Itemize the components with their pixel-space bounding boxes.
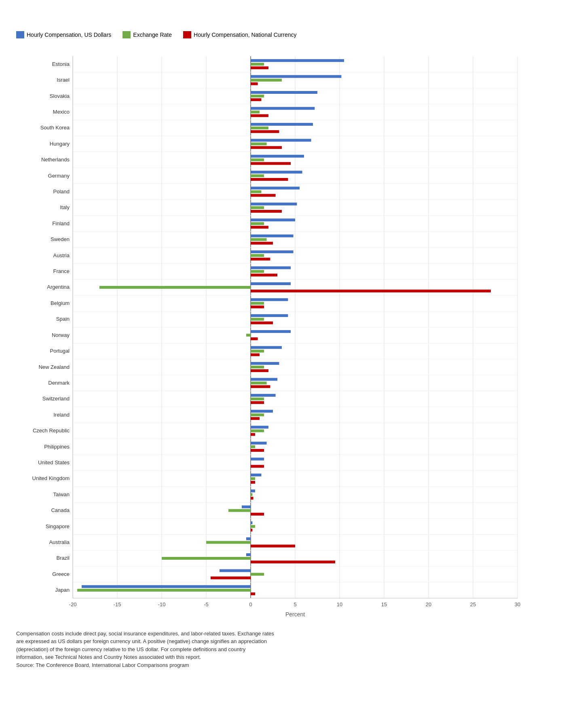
legend-item: Hourly Compensation, National Currency <box>183 31 296 38</box>
svg-text:Mexico: Mexico <box>53 109 70 115</box>
svg-rect-174 <box>246 537 251 540</box>
svg-text:Norway: Norway <box>52 332 70 338</box>
svg-text:Estonia: Estonia <box>52 61 70 67</box>
svg-rect-69 <box>251 203 297 205</box>
svg-rect-180 <box>162 557 251 560</box>
chart-wrapper: -20-15-10-5051015202530PercentEstoniaIsr… <box>16 48 550 622</box>
svg-text:-20: -20 <box>69 601 77 607</box>
legend-item: Exchange Rate <box>122 31 172 38</box>
svg-rect-186 <box>211 576 251 579</box>
svg-rect-129 <box>251 394 276 396</box>
svg-rect-61 <box>251 178 288 181</box>
svg-rect-189 <box>82 585 251 588</box>
svg-rect-175 <box>206 541 251 544</box>
svg-rect-149 <box>251 457 264 460</box>
svg-text:Slovakia: Slovakia <box>50 93 70 99</box>
svg-rect-49 <box>251 139 311 142</box>
svg-rect-74 <box>251 218 295 221</box>
svg-rect-99 <box>251 298 288 301</box>
svg-rect-191 <box>251 592 255 595</box>
svg-rect-35 <box>251 95 264 97</box>
svg-rect-60 <box>251 174 264 177</box>
svg-text:Spain: Spain <box>56 316 70 322</box>
svg-rect-44 <box>251 123 313 125</box>
legend-color <box>183 31 191 38</box>
svg-text:Greece: Greece <box>52 571 70 577</box>
svg-rect-25 <box>251 63 264 66</box>
svg-rect-66 <box>251 194 276 197</box>
svg-rect-115 <box>251 349 264 352</box>
svg-rect-185 <box>251 573 264 576</box>
svg-rect-90 <box>251 270 264 273</box>
svg-text:South Korea: South Korea <box>40 125 70 131</box>
svg-text:20: 20 <box>426 601 431 607</box>
svg-rect-79 <box>251 234 294 237</box>
svg-rect-50 <box>251 142 267 145</box>
svg-rect-94 <box>251 282 291 285</box>
svg-rect-190 <box>77 588 251 591</box>
svg-text:Singapore: Singapore <box>46 523 70 529</box>
svg-text:-10: -10 <box>158 601 166 607</box>
svg-text:Argentina: Argentina <box>47 284 70 290</box>
svg-rect-159 <box>251 489 255 492</box>
legend-label: Hourly Compensation, National Currency <box>194 32 296 38</box>
svg-rect-160 <box>251 493 252 496</box>
svg-rect-86 <box>251 258 270 260</box>
svg-rect-105 <box>251 317 264 320</box>
legend-color <box>122 31 131 38</box>
svg-rect-171 <box>251 529 252 531</box>
svg-text:Finland: Finland <box>52 220 70 226</box>
svg-text:Hungary: Hungary <box>50 140 70 146</box>
svg-rect-134 <box>251 410 273 413</box>
svg-text:Ireland: Ireland <box>53 411 70 417</box>
svg-text:-5: -5 <box>204 601 209 607</box>
svg-rect-24 <box>251 59 344 62</box>
svg-rect-116 <box>251 353 260 356</box>
svg-rect-29 <box>251 75 341 78</box>
svg-rect-45 <box>251 126 268 129</box>
svg-rect-100 <box>251 302 264 305</box>
svg-rect-141 <box>251 433 255 436</box>
svg-rect-75 <box>251 222 264 225</box>
svg-rect-164 <box>242 505 251 508</box>
legend-label: Hourly Compensation, US Dollars <box>27 32 111 38</box>
svg-rect-109 <box>251 330 291 333</box>
svg-rect-104 <box>251 314 288 317</box>
svg-text:Brazil: Brazil <box>56 555 70 561</box>
main-chart: -20-15-10-5051015202530PercentEstoniaIsr… <box>16 48 550 622</box>
chart-title <box>16 12 550 24</box>
svg-rect-155 <box>251 477 255 480</box>
svg-text:0: 0 <box>249 601 252 607</box>
svg-text:New Zealand: New Zealand <box>38 364 70 370</box>
svg-rect-84 <box>251 250 294 253</box>
svg-rect-121 <box>251 369 268 372</box>
svg-rect-26 <box>251 66 268 69</box>
svg-rect-64 <box>251 186 300 189</box>
svg-rect-70 <box>251 206 264 209</box>
svg-rect-81 <box>251 241 273 244</box>
svg-text:Taiwan: Taiwan <box>53 491 70 497</box>
svg-rect-80 <box>251 238 267 241</box>
svg-text:15: 15 <box>381 601 387 607</box>
svg-rect-76 <box>251 226 268 229</box>
svg-rect-139 <box>251 425 268 428</box>
svg-rect-126 <box>251 385 270 388</box>
svg-text:Belgium: Belgium <box>51 300 70 306</box>
svg-rect-89 <box>251 266 291 269</box>
svg-rect-39 <box>251 107 315 110</box>
svg-rect-131 <box>251 401 264 404</box>
svg-rect-85 <box>251 254 264 257</box>
svg-rect-31 <box>251 82 258 85</box>
svg-text:30: 30 <box>515 601 520 607</box>
svg-rect-179 <box>246 553 251 556</box>
svg-rect-54 <box>251 154 304 157</box>
svg-text:Denmark: Denmark <box>48 380 70 386</box>
svg-rect-119 <box>251 362 279 365</box>
svg-rect-165 <box>228 509 251 512</box>
svg-rect-46 <box>251 130 279 133</box>
svg-text:Sweden: Sweden <box>51 236 70 242</box>
svg-rect-124 <box>251 378 277 381</box>
svg-rect-140 <box>251 429 264 432</box>
svg-text:United States: United States <box>38 459 70 466</box>
svg-text:Portugal: Portugal <box>50 348 70 354</box>
